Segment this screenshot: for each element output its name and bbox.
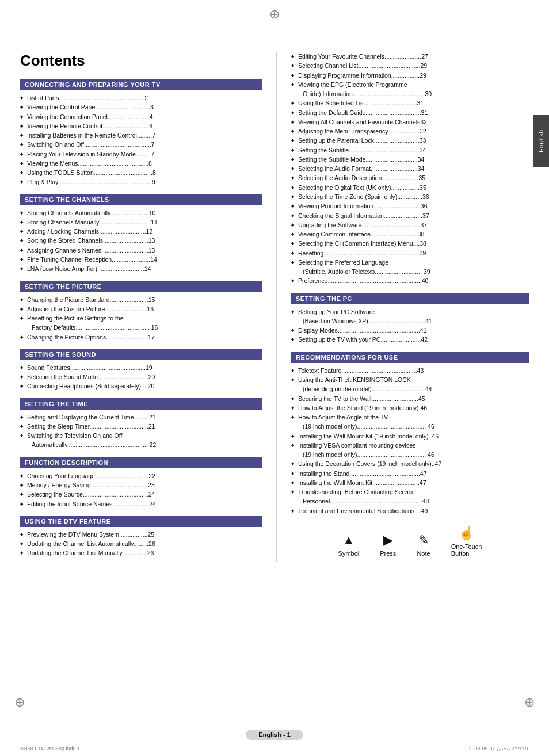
section-list: Setting up Your PC Software(Based on Win… — [291, 307, 529, 345]
list-item: LNA (Low Noise Amplifier)...............… — [20, 264, 262, 273]
list-item: Changing the Picture Options............… — [20, 333, 262, 342]
list-item: Viewing the Control Panel...............… — [20, 102, 262, 112]
section-header: RECOMMENDATIONS FOR USE — [291, 352, 529, 363]
symbol-item: ▶ Press — [380, 533, 396, 557]
footer-left: BN68-01412M-Eng.indd 1 — [20, 746, 80, 751]
list-item: Installing the Stand....................… — [291, 469, 529, 478]
list-item: Selecting the Sound Mode................… — [20, 372, 262, 381]
list-item: Technical and Environmental Specificatio… — [291, 506, 529, 516]
list-item: Displaying Programme Information........… — [291, 71, 529, 80]
list-item: Selecting the Audio Format..............… — [291, 164, 529, 173]
section-header: USING THE DTV FEATURE — [20, 516, 262, 527]
list-item: Adding / Locking Channels...............… — [20, 227, 262, 236]
list-item: Choosing Your Language..................… — [20, 471, 262, 480]
language-tab-label: English — [538, 129, 544, 152]
list-item: Editing Your Favourite Channels.........… — [291, 52, 529, 61]
list-item: Checking the Signal Information.........… — [291, 211, 529, 220]
compass-top-icon: ⊕ — [269, 7, 280, 22]
symbol-icon-2: ✎ — [418, 533, 429, 548]
list-item: Sorting the Stored Channels.............… — [20, 236, 262, 245]
list-item: Display Modes...........................… — [291, 326, 529, 335]
list-item: Previewing the DTV Menu System..........… — [20, 530, 262, 539]
bottom-bar: English - 1 — [0, 730, 549, 740]
footer-right: 2008-05-07 ¿ÀÈÃ 3:21:01 — [468, 746, 529, 751]
symbol-label: Note — [417, 550, 430, 557]
list-item: Securing the TV to the Wall.............… — [291, 394, 529, 403]
list-item: Updating the Channel List Manually......… — [20, 548, 262, 558]
list-item: Viewing All Channels and Favourite Chann… — [291, 117, 529, 127]
list-item: Storing Channels Automatically..........… — [20, 208, 262, 217]
list-item: Preference..............................… — [291, 276, 529, 285]
list-item: Selecting the Preferred Language(Subtitl… — [291, 258, 529, 277]
symbol-item: ☝ One-TouchButton — [451, 526, 482, 557]
list-item: Viewing the EPG (Electronic ProgrammeGui… — [291, 80, 529, 99]
page-title: Contents — [20, 52, 262, 70]
list-item: Resetting...............................… — [291, 249, 529, 258]
list-item: Editing the Input Source Names..........… — [20, 499, 262, 509]
list-item: Teletext Feature........................… — [291, 366, 529, 375]
section-list: Choosing Your Language..................… — [20, 471, 262, 509]
list-item: Setting the Default Guide...............… — [291, 108, 529, 117]
symbol-label: One-TouchButton — [451, 543, 482, 557]
list-item: Selecting the Audio Description.........… — [291, 173, 529, 182]
list-item: Plug & Play.............................… — [20, 177, 262, 186]
list-item: Installing VESA compliant mounting devic… — [291, 441, 529, 460]
list-item: List of Parts...........................… — [20, 93, 262, 102]
symbol-row: ▲ Symbol ▶ Press ✎ Note ☝ One-TouchButto… — [291, 526, 529, 557]
list-item: Placing Your Television in Standby Mode.… — [20, 150, 262, 159]
section-header: CONNECTING AND PREPARING YOUR TV — [20, 79, 262, 90]
list-item: Selecting the Time Zone (Spain only)....… — [291, 192, 529, 201]
list-item: Using the Decoration Covers (19 inch mod… — [291, 459, 529, 468]
symbol-icon-0: ▲ — [342, 533, 355, 548]
list-item: Installing the Wall Mount Kit (19 inch m… — [291, 432, 529, 441]
list-item: Viewing the Connection Panel............… — [20, 112, 262, 121]
list-item: Selecting the Digital Text (UK only)....… — [291, 183, 529, 192]
section-list: Teletext Feature........................… — [291, 366, 529, 516]
symbol-label: Symbol — [338, 550, 360, 557]
list-item: Troubleshooting: Before Contacting Servi… — [291, 487, 529, 506]
section-list: List of Parts...........................… — [20, 93, 262, 187]
language-tab: English — [533, 115, 549, 167]
list-item: Setting up the TV with your PC..........… — [291, 335, 529, 344]
list-item: Storing Channels Manually...............… — [20, 217, 262, 227]
list-item: Setting the Subtitle....................… — [291, 146, 529, 155]
list-item: Resetting the Picture Settings to theFac… — [20, 314, 262, 333]
main-content: Contents CONNECTING AND PREPARING YOUR T… — [0, 23, 549, 573]
list-item: Installing the Wall Mount Kit...........… — [291, 478, 529, 487]
compass-bottom-right-icon: ⊕ — [524, 695, 535, 710]
symbol-item: ▲ Symbol — [338, 533, 360, 557]
left-sections: CONNECTING AND PREPARING YOUR TVList of … — [20, 79, 262, 558]
list-item: Setting up the Parental Lock............… — [291, 136, 529, 145]
list-item: Fine Tuning Channel Reception...........… — [20, 255, 262, 264]
section-header: SETTING THE SOUND — [20, 349, 262, 360]
list-item: Changing the Picture Standard...........… — [20, 295, 262, 304]
list-item: Selecting the CI (Common Interface) Menu… — [291, 239, 529, 248]
list-item: Sound Features..........................… — [20, 363, 262, 372]
symbol-label: Press — [380, 550, 396, 557]
symbol-item: ✎ Note — [417, 533, 430, 557]
list-item: Using the Scheduled List................… — [291, 98, 529, 108]
list-item: Viewing Common Interface................… — [291, 230, 529, 239]
list-item: Adjusting the Custom Picture............… — [20, 304, 262, 314]
symbol-icon-3: ☝ — [459, 526, 474, 541]
english-label-badge: English - 1 — [246, 730, 303, 740]
list-item: Connecting Headphones (Sold separately).… — [20, 381, 262, 391]
right-column: Editing Your Favourite Channels.........… — [291, 52, 529, 562]
list-item: How to Adjust the Stand (19 inch model o… — [291, 403, 529, 413]
section-list: Changing the Picture Standard...........… — [20, 295, 262, 342]
list-item: Assigning Channels Names................… — [20, 246, 262, 255]
section-list: Storing Channels Automatically..........… — [20, 208, 262, 274]
section-header: SETTING THE PC — [291, 293, 529, 304]
list-item: Viewing the Menus.......................… — [20, 159, 262, 168]
list-item: Using the TOOLS Button..................… — [20, 168, 262, 177]
list-item: Installing Batteries in the Remote Contr… — [20, 131, 262, 140]
symbol-icon-1: ▶ — [383, 533, 393, 548]
section-header: SETTING THE PICTURE — [20, 281, 262, 292]
page: ⊕ English Contents CONNECTING AND PREPAR… — [0, 0, 549, 756]
section-list: Previewing the DTV Menu System..........… — [20, 530, 262, 558]
list-item: How to Adjust the Angle of the TV(19 inc… — [291, 413, 529, 432]
list-item: Using the Anti-Theft KENSINGTON LOCK(dep… — [291, 375, 529, 394]
list-item: Viewing the Remote Control..............… — [20, 121, 262, 131]
list-item: Viewing Product Information.............… — [291, 201, 529, 211]
column-divider — [276, 52, 277, 562]
